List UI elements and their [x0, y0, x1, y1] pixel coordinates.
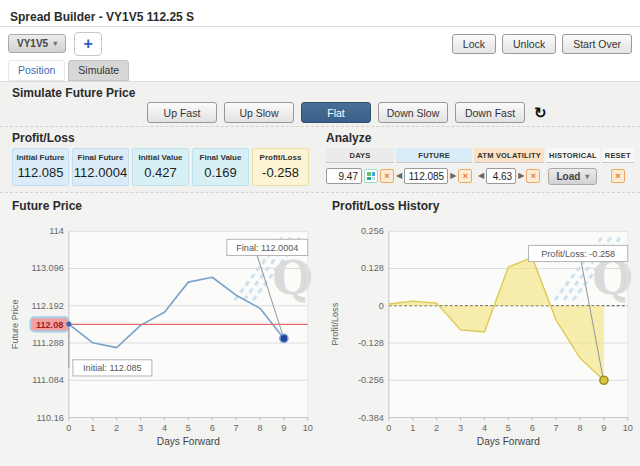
atm-volatility-header: ATM VOLATILITY [474, 148, 544, 163]
svg-text:9: 9 [601, 423, 606, 433]
chevron-down-icon: ▾ [585, 172, 589, 181]
svg-text:-0.384: -0.384 [358, 413, 384, 423]
toolbar: VY1V5 ▾ + Lock Unlock Start Over [0, 27, 640, 60]
profit-loss-panel: Profit/Loss Initial Future 112.085 Final… [0, 131, 318, 192]
unlock-button[interactable]: Unlock [502, 34, 556, 54]
up-slow-button[interactable]: Up Slow [224, 102, 294, 123]
svg-text:-0.128: -0.128 [358, 338, 384, 348]
svg-text:112.08: 112.08 [36, 320, 63, 330]
svg-text:111.288: 111.288 [32, 338, 64, 348]
svg-text:Final: 112.0004: Final: 112.0004 [236, 243, 298, 253]
lock-button[interactable]: Lock [452, 34, 496, 54]
svg-text:5: 5 [186, 423, 191, 433]
down-fast-button[interactable]: Down Fast [455, 102, 525, 123]
analyze-panel: Analyze DAYS × FUTURE ◀ ▶ [318, 131, 640, 192]
profit-loss-history-chart-title: Profit/Loss History [332, 199, 640, 213]
svg-text:0: 0 [386, 423, 391, 433]
analyze-col-future: FUTURE ◀ ▶ × [396, 148, 472, 189]
svg-text:112.192: 112.192 [32, 301, 64, 311]
svg-text:Future Price: Future Price [10, 300, 20, 350]
future-price-chart: Q114113.096112.192111.288111.084110.1601… [6, 215, 318, 459]
svg-text:8: 8 [577, 423, 582, 433]
profit-loss-history-chart-panel: Profit/Loss History Q0.2560.1280-0.128-0… [320, 193, 640, 466]
svg-text:111.084: 111.084 [32, 375, 64, 385]
load-label: Load [556, 171, 580, 182]
stat-label: Profit/Loss [253, 153, 308, 162]
flat-button[interactable]: Flat [301, 102, 371, 123]
stat-label: Final Future [73, 153, 128, 162]
historical-header: HISTORICAL [546, 148, 600, 163]
refresh-icon[interactable]: ↻ [534, 105, 547, 120]
svg-text:114: 114 [49, 226, 64, 236]
future-decrement-icon[interactable]: ◀ [396, 172, 402, 180]
reset-header: RESET [602, 148, 634, 163]
spread-builder-app: Spread Builder - VY1V5 112.25 S VY1V5 ▾ … [0, 0, 640, 466]
simulate-future-price-section: Simulate Future Price Up Fast Up Slow Fl… [0, 81, 640, 126]
days-input[interactable] [326, 168, 362, 184]
svg-text:0: 0 [379, 301, 384, 311]
stat-value: -0.258 [253, 165, 308, 180]
historical-load-select[interactable]: Load ▾ [548, 168, 597, 185]
svg-text:10: 10 [623, 423, 633, 433]
symbol-select-value: VY1V5 [17, 38, 48, 49]
stat-label: Initial Future [13, 153, 68, 162]
up-fast-button[interactable]: Up Fast [147, 102, 217, 123]
clear-volatility-button[interactable]: × [526, 169, 540, 183]
svg-text:10: 10 [303, 423, 313, 433]
down-slow-button[interactable]: Down Slow [378, 102, 448, 123]
svg-text:Q: Q [272, 250, 313, 305]
svg-text:0: 0 [66, 423, 71, 433]
add-leg-button[interactable]: + [74, 32, 102, 56]
profit-loss-title: Profit/Loss [12, 131, 318, 145]
volatility-increment-icon[interactable]: ▶ [518, 172, 524, 180]
svg-text:Initial: 112.085: Initial: 112.085 [83, 363, 142, 373]
stat-final-future: Final Future 112.0004 [72, 148, 129, 186]
tab-position[interactable]: Position [8, 60, 65, 81]
calendar-icon[interactable] [364, 169, 378, 183]
future-input[interactable] [404, 168, 448, 184]
days-header: DAYS [326, 148, 394, 163]
svg-text:1: 1 [410, 423, 415, 433]
svg-text:0.256: 0.256 [361, 226, 384, 236]
stat-value: 112.0004 [73, 165, 128, 180]
stat-initial-future: Initial Future 112.085 [12, 148, 69, 186]
analyze-col-historical: HISTORICAL Load ▾ [546, 148, 600, 189]
stat-value: 0.169 [193, 165, 248, 180]
volatility-decrement-icon[interactable]: ◀ [478, 172, 484, 180]
stat-value: 112.085 [13, 165, 68, 180]
titlebar: Spread Builder - VY1V5 112.25 S [0, 0, 640, 27]
svg-text:Days Forward: Days Forward [157, 436, 220, 447]
analyze-col-volatility: ATM VOLATILITY ◀ ▶ × [474, 148, 544, 189]
svg-text:3: 3 [458, 423, 463, 433]
analyze-title: Analyze [326, 131, 640, 145]
profit-loss-stats: Initial Future 112.085 Final Future 112.… [12, 148, 318, 186]
svg-text:1: 1 [90, 423, 95, 433]
stats-analyze-row: Profit/Loss Initial Future 112.085 Final… [0, 126, 640, 192]
symbol-select[interactable]: VY1V5 ▾ [8, 34, 66, 53]
future-price-chart-panel: Future Price Q114113.096112.192111.28811… [0, 193, 320, 466]
svg-text:0.128: 0.128 [361, 263, 384, 273]
future-increment-icon[interactable]: ▶ [450, 172, 456, 180]
stat-profit-loss: Profit/Loss -0.258 [252, 148, 309, 186]
reset-button[interactable]: × [611, 169, 625, 183]
volatility-input[interactable] [486, 168, 516, 184]
svg-text:8: 8 [257, 423, 262, 433]
svg-text:Days Forward: Days Forward [477, 436, 540, 447]
stat-final-value: Final Value 0.169 [192, 148, 249, 186]
stat-value: 0.427 [133, 165, 188, 180]
chevron-down-icon: ▾ [53, 39, 57, 48]
svg-text:-0.256: -0.256 [358, 375, 384, 385]
stat-initial-value: Initial Value 0.427 [132, 148, 189, 186]
svg-text:7: 7 [554, 423, 559, 433]
clear-future-button[interactable]: × [458, 169, 472, 183]
tab-simulate[interactable]: Simulate [68, 60, 129, 81]
clear-days-button[interactable]: × [380, 169, 394, 183]
start-over-button[interactable]: Start Over [562, 34, 632, 54]
stat-label: Final Value [193, 153, 248, 162]
svg-text:2: 2 [114, 423, 119, 433]
svg-text:4: 4 [482, 423, 487, 433]
svg-text:7: 7 [234, 423, 239, 433]
profit-loss-history-chart: Q0.2560.1280-0.128-0.256-0.3840123456789… [326, 215, 638, 459]
analyze-col-reset: RESET × [602, 148, 634, 189]
simulate-section-title: Simulate Future Price [12, 86, 628, 100]
